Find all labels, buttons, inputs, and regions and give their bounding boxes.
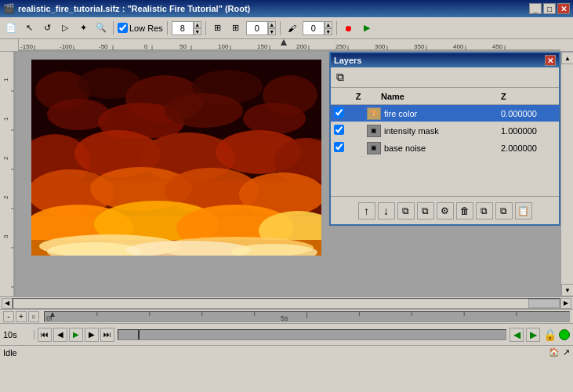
ruler-top: -150 -100 -50 0 50 100 150 200 250 300 3… (0, 39, 573, 52)
svg-text:-100: -100 (60, 43, 73, 50)
toolbar-new-button[interactable]: 📄 (3, 20, 19, 36)
layers-paste-button[interactable]: 📋 (515, 202, 532, 220)
timeline-lock[interactable]: 🔒 (542, 328, 557, 342)
title-bar: 🎬 realistic_fire_tutorial.sifz : "Realis… (0, 0, 573, 17)
minimize-button[interactable]: _ (529, 3, 542, 14)
hscroll-right-button[interactable]: ▶ (560, 298, 571, 309)
status-home-button[interactable]: 🏠 (549, 347, 560, 358)
frame-spinner: 0 ▲ ▼ (303, 21, 332, 35)
layers-link-button[interactable]: ⧉ (417, 202, 434, 220)
layer-checkbox-1[interactable] (334, 107, 344, 118)
play-begin-button[interactable]: ⏮ (38, 328, 52, 342)
toolbar-sep-3 (205, 21, 206, 35)
svg-text:5s: 5s (281, 314, 288, 322)
layer-row-base-noise[interactable]: ▣ base noise 2.000000 (331, 140, 559, 157)
svg-text:-50: -50 (99, 43, 108, 50)
playback-controls: ⏮ ◀ ▶ ▶ ⏭ (38, 328, 114, 342)
layers-copy-button[interactable]: ⧉ (332, 70, 348, 85)
play-play-button[interactable]: ▶ (69, 328, 83, 342)
layers-merge-button[interactable]: ⧉ (476, 202, 493, 220)
play-prev-button[interactable]: ◀ (53, 328, 67, 342)
zoom-in-button[interactable]: + (16, 311, 27, 322)
close-button[interactable]: ✕ (557, 3, 570, 14)
toolbar-grid2-button[interactable]: ⊞ (228, 20, 244, 36)
hscroll-left-button[interactable]: ◀ (2, 298, 13, 309)
layer-row-fire-color[interactable]: 🎨 fire color 0.000000 (331, 105, 559, 122)
toolbar-zoom-button[interactable]: 🔍 (93, 20, 109, 36)
scrollbar-down-button[interactable]: ▼ (561, 284, 573, 296)
fire-canvas (31, 60, 321, 256)
toolbar-arrow-button[interactable]: ▷ (57, 20, 73, 36)
layer-check-3[interactable] (334, 142, 350, 154)
hscroll-thumb[interactable] (528, 299, 560, 308)
timeline-playhead[interactable] (138, 330, 140, 339)
fps-up[interactable]: ▲ (268, 21, 276, 28)
status-arrow-button[interactable]: ↗ (563, 347, 570, 358)
svg-text:2: 2 (2, 156, 9, 160)
fps-spinner: 0 ▲ ▼ (246, 21, 276, 35)
timeline-prev-frame[interactable]: ◀ (510, 328, 524, 342)
layers-group-button[interactable]: ⧉ (495, 202, 513, 220)
fps-input[interactable]: 0 (246, 21, 268, 35)
col-zval-header: Z (501, 92, 556, 101)
layer-name-1: fire color (381, 109, 501, 118)
timeline-next-frame[interactable]: ▶ (526, 328, 540, 342)
timeline-status-dot (559, 329, 570, 340)
layers-down-button[interactable]: ↓ (378, 202, 395, 220)
layer-zval-1: 0.000000 (501, 109, 556, 118)
frame-up[interactable]: ▲ (325, 21, 332, 28)
frame-down[interactable]: ▼ (325, 28, 332, 35)
low-res-checkbox[interactable] (118, 23, 128, 33)
layers-dup-button[interactable]: ⧉ (397, 202, 415, 220)
toolbar-scale-button[interactable]: ✦ (75, 20, 91, 36)
end-time-up[interactable]: ▲ (194, 21, 201, 28)
svg-text:250: 250 (335, 43, 346, 50)
layer-icon-1: 🎨 (367, 107, 381, 120)
toolbar-rotate-button[interactable]: ↺ (39, 20, 55, 36)
end-time-down[interactable]: ▼ (194, 28, 201, 35)
layers-footer: ↑ ↓ ⧉ ⧉ ⚙ 🗑 ⧉ ⧉ 📋 (331, 196, 559, 224)
layer-row-intensity-mask[interactable]: ▣ intensity mask 1.000000 (331, 122, 559, 140)
fps-down[interactable]: ▼ (268, 28, 276, 35)
play-end-button[interactable]: ⏭ (100, 328, 114, 342)
layer-name-2: intensity mask (381, 126, 501, 136)
toolbar-sep-5 (336, 21, 337, 35)
toolbar-grid1-button[interactable]: ⊞ (210, 20, 226, 36)
play-next-button[interactable]: ▶ (85, 328, 99, 342)
toolbar-brush-button[interactable]: 🖌 (285, 20, 300, 36)
layer-checkbox-3[interactable] (334, 142, 344, 152)
layers-delete-button[interactable]: 🗑 (456, 202, 473, 220)
end-time-arrows: ▲ ▼ (194, 21, 201, 35)
toolbar-sep-1 (113, 21, 114, 35)
toolbar-record-button[interactable]: ⏺ (341, 20, 357, 36)
frame-input[interactable]: 0 (303, 21, 325, 35)
toolbar-play-button[interactable]: ▶ (359, 20, 375, 36)
layers-panel: Layers ✕ ⧉ Z Name Z 🎨 fire color 0.00000… (329, 52, 560, 226)
col-z-header: Z (350, 92, 367, 101)
layers-up-button[interactable]: ↑ (358, 202, 375, 220)
svg-text:0: 0 (144, 43, 148, 50)
end-time-spinner: 8 ▲ ▼ (172, 21, 201, 35)
layer-check-2[interactable] (334, 125, 350, 136)
layers-close-button[interactable]: ✕ (545, 55, 556, 66)
status-bar: Idle 🏠 ↗ (0, 345, 573, 359)
layer-check-1[interactable] (334, 107, 350, 119)
layers-settings-button[interactable]: ⚙ (437, 202, 454, 220)
svg-text:400: 400 (453, 43, 464, 50)
svg-point-49 (165, 93, 243, 128)
toolbar-select-button[interactable]: ↖ (21, 20, 37, 36)
zoom-out-button[interactable]: - (3, 311, 14, 322)
timeline-track[interactable] (118, 329, 506, 340)
window-title: realistic_fire_tutorial.sifz : "Realisti… (18, 4, 250, 13)
layer-checkbox-2[interactable] (334, 125, 344, 135)
frame-arrows: ▲ ▼ (325, 21, 332, 35)
svg-text:1: 1 (2, 78, 9, 82)
maximize-button[interactable]: □ (543, 3, 556, 14)
scrollbar-track (561, 64, 573, 284)
end-time-input[interactable]: 8 (172, 21, 194, 35)
low-res-checkbox-group: Low Res (118, 23, 163, 33)
timeline-right-buttons: ◀ ▶ 🔒 (510, 328, 570, 342)
scrollbar-up-button[interactable]: ▲ (561, 52, 573, 64)
zoom-fit-button[interactable]: ○ (28, 311, 39, 322)
hscroll-track[interactable] (13, 298, 560, 309)
